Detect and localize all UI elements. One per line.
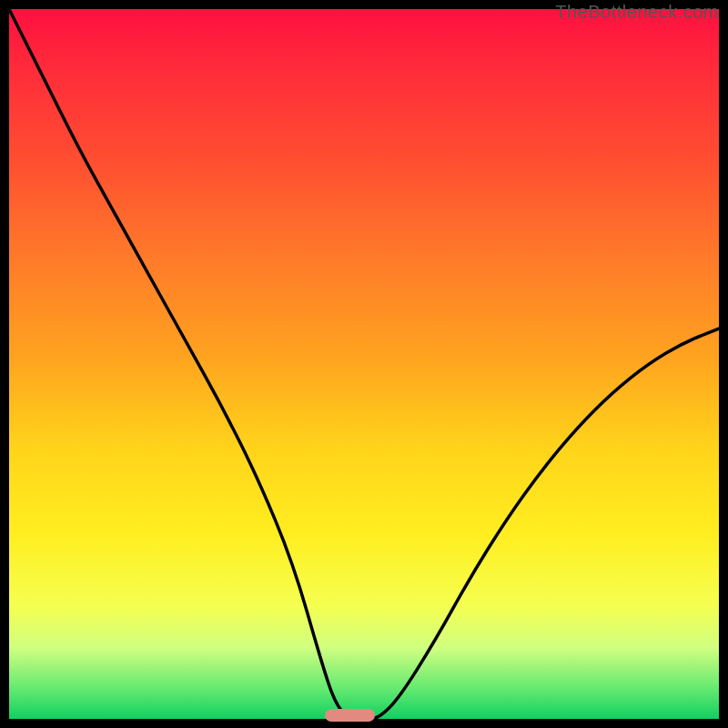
optimal-range-marker <box>325 709 375 722</box>
chart-container: TheBottleneck.com <box>0 0 728 728</box>
watermark-text: TheBottleneck.com <box>555 2 719 23</box>
curve-path <box>9 9 719 719</box>
bottleneck-curve <box>9 9 719 719</box>
plot-outer-frame <box>9 9 719 719</box>
